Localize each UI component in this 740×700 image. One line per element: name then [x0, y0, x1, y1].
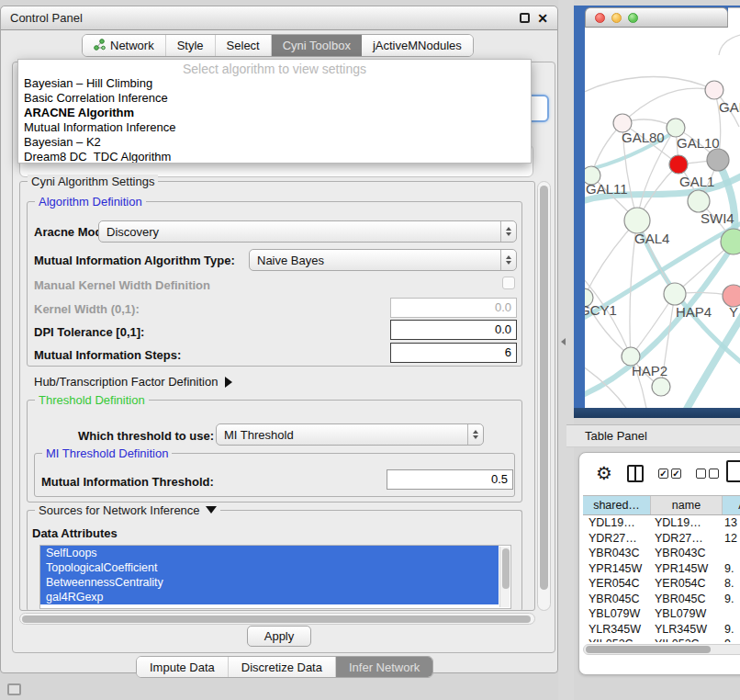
attribute-list-item[interactable]: BetweennessCentrality	[40, 575, 499, 590]
node-label: GAL	[719, 99, 740, 115]
network-node[interactable]	[667, 119, 685, 137]
tab-network[interactable]: Network	[83, 35, 166, 56]
network-edge[interactable]	[622, 88, 714, 123]
minimize-window-icon[interactable]	[611, 13, 622, 23]
table-row[interactable]: YER054CYER054C8.	[583, 576, 740, 592]
adjacent-canvas-strip	[728, 7, 740, 28]
network-node[interactable]	[652, 378, 670, 396]
dropdown-item[interactable]: Mutual Information Inference	[18, 119, 531, 134]
data-attributes-label: Data Attributes	[32, 526, 118, 540]
control-panel-window: Control Panel ✕ Network Style Select Cyn…	[0, 6, 558, 673]
node-label: HAP2	[632, 363, 667, 378]
kernel-width-input[interactable]: 0.0	[390, 298, 517, 318]
table-cell: YBL079W	[583, 606, 651, 622]
network-graph[interactable]: GALGAL80GAL10GAL1GAL11SWI4GAL4GCY1HAP4YH…	[585, 28, 740, 408]
tab-discretize-data[interactable]: Discretize Data	[229, 657, 336, 677]
network-canvas[interactable]: GALGAL80GAL10GAL1GAL11SWI4GAL4GCY1HAP4YH…	[585, 28, 740, 408]
dropdown-item[interactable]: Dream8 DC_TDC Algorithm	[18, 149, 531, 164]
control-panel-titlebar[interactable]: Control Panel ✕	[1, 6, 557, 30]
divider-handle-icon[interactable]	[561, 338, 566, 345]
table-cell: YER054C	[583, 576, 651, 592]
network-tab-icon	[94, 39, 106, 53]
manual-kernel-width-checkbox[interactable]	[502, 277, 515, 289]
columns-icon[interactable]	[627, 465, 644, 482]
dropdown-item[interactable]: Bayesian – Hill Climbing	[18, 75, 531, 90]
table-row[interactable]: YDR27…YDR27…12	[583, 531, 740, 547]
dpi-tolerance-input[interactable]: 0.0	[390, 320, 517, 340]
mi-steps-input[interactable]: 6	[390, 343, 517, 363]
dropdown-placeholder: Select algorithm to view settings	[18, 60, 531, 75]
mi-threshold-input[interactable]: 0.5	[387, 469, 513, 490]
deselect-all-checkboxes-icon[interactable]	[696, 469, 719, 479]
table-horizontal-scrollbar[interactable]	[583, 644, 740, 655]
node-label: GAL1	[679, 174, 714, 189]
algorithm-definition-title: Algorithm Definition	[35, 195, 146, 209]
network-node[interactable]	[688, 190, 710, 212]
tab-select[interactable]: Select	[216, 35, 272, 56]
table-row[interactable]: YBL079WYBL079W	[583, 606, 740, 622]
attribute-list-item[interactable]: gal4RGexp	[40, 590, 499, 604]
table-row[interactable]: YLR345WYLR345W9.	[583, 622, 740, 638]
mi-algorithm-type-select[interactable]: Naive Bayes	[249, 249, 517, 271]
expanded-arrow-icon	[206, 506, 217, 514]
attribute-list-item[interactable]: TopologicalCoefficient	[40, 560, 499, 575]
network-node[interactable]	[705, 81, 723, 99]
network-node[interactable]	[669, 155, 688, 174]
table-cell: YDL19…	[583, 515, 651, 531]
dropdown-item[interactable]: Basic Correlation Inference	[18, 90, 531, 105]
tab-impute-data[interactable]: Impute Data	[137, 657, 229, 677]
column-header-shared-name[interactable]: shared…	[583, 496, 651, 514]
node-label: GCY1	[585, 302, 617, 318]
table-cell: YPR145W	[651, 561, 723, 577]
network-edge[interactable]	[585, 77, 714, 97]
table-row[interactable]: YPR145WYPR145W9.	[583, 561, 740, 577]
settings-horizontal-scrollbar[interactable]	[19, 613, 535, 625]
zoom-window-icon[interactable]	[628, 13, 638, 23]
table-cell	[723, 546, 740, 561]
table-row[interactable]: YBR045CYBR045C9.	[583, 592, 740, 607]
close-window-icon[interactable]	[595, 13, 605, 23]
settings-vertical-scrollbar[interactable]	[537, 181, 551, 611]
network-node[interactable]	[707, 149, 729, 171]
dropdown-item[interactable]: Bayesian – K2	[18, 134, 531, 149]
column-header-name[interactable]: name	[651, 496, 723, 514]
dropdown-item[interactable]: ARACNE Algorithm	[18, 105, 531, 119]
close-panel-icon[interactable]: ✕	[537, 10, 548, 27]
aracne-mode-select[interactable]: Discovery	[98, 220, 517, 243]
gear-icon[interactable]: ⚙	[596, 464, 612, 482]
attributes-scrollbar[interactable]	[499, 547, 510, 607]
network-edge[interactable]	[585, 220, 637, 298]
document-icon[interactable]	[726, 460, 740, 482]
stepper-arrows-icon	[500, 221, 516, 242]
tab-infer-network[interactable]: Infer Network	[336, 657, 432, 677]
select-all-checkboxes-icon[interactable]	[658, 469, 681, 479]
float-panel-icon[interactable]	[520, 13, 530, 23]
which-threshold-select[interactable]: MI Threshold	[216, 423, 484, 446]
table-row[interactable]: YBR043CYBR043C	[583, 546, 740, 561]
node-label: GAL11	[586, 181, 628, 197]
table-cell: 9	[723, 637, 740, 642]
hub-definition-toggle[interactable]: Hub/Transcription Factor Definition	[34, 375, 232, 389]
network-node[interactable]	[664, 283, 686, 305]
table-cell: 9.	[723, 561, 740, 577]
table-cell: YBR043C	[651, 546, 723, 561]
table-row[interactable]: YDL19…YDL19…13	[583, 515, 740, 531]
panel-divider[interactable]	[558, 0, 574, 700]
tab-cyni-toolbox[interactable]: Cyni Toolbox	[272, 35, 362, 56]
network-node[interactable]	[624, 208, 650, 233]
network-edge[interactable]	[719, 35, 740, 55]
network-window-titlebar[interactable]	[585, 7, 728, 28]
attribute-list-item[interactable]: SelfLoops	[40, 546, 499, 560]
column-header-partial[interactable]: A	[723, 496, 740, 514]
node-label: GAL80	[622, 130, 665, 145]
tab-style[interactable]: Style	[166, 35, 216, 56]
table-panel-header: Table Panel	[566, 424, 740, 447]
table-row[interactable]: YIL052CYIL052C9	[583, 637, 740, 642]
apply-button[interactable]: Apply	[247, 626, 311, 647]
collapsed-panel-icon[interactable]	[7, 683, 21, 695]
table-cell: YPR145W	[583, 561, 651, 577]
which-threshold-label: Which threshold to use:	[78, 429, 214, 443]
data-attributes-list[interactable]: SelfLoopsTopologicalCoefficientBetweenne…	[39, 545, 511, 609]
sources-group-title[interactable]: Sources for Network Inference	[35, 503, 220, 517]
tab-jactivemnodules[interactable]: jActiveMNodules	[362, 35, 473, 56]
